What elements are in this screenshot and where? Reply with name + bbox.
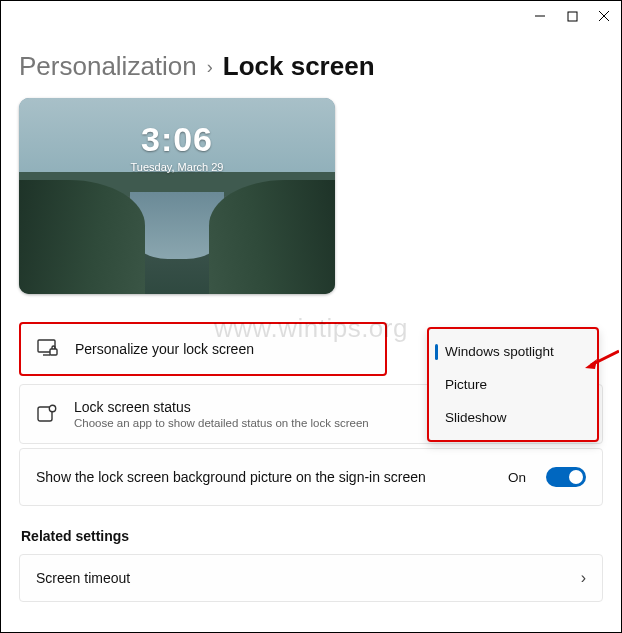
personalize-lock-screen-row[interactable]: Personalize your lock screen — [19, 322, 387, 376]
show-background-row: Show the lock screen background picture … — [19, 448, 603, 506]
svg-marker-10 — [585, 359, 597, 369]
maximize-button[interactable] — [565, 9, 579, 23]
svg-rect-6 — [50, 349, 57, 355]
screen-timeout-label: Screen timeout — [36, 570, 581, 586]
window-controls — [533, 9, 611, 23]
annotation-arrow — [585, 349, 619, 373]
lock-screen-preview: 3:06 Tuesday, March 29 — [19, 98, 335, 294]
minimize-button[interactable] — [533, 9, 547, 23]
preview-time: 3:06 — [19, 120, 335, 159]
dropdown-item-label: Slideshow — [445, 410, 507, 425]
dropdown-item-picture[interactable]: Picture — [429, 368, 597, 401]
dropdown-item-label: Windows spotlight — [445, 344, 554, 359]
related-settings-heading: Related settings — [21, 528, 603, 544]
chevron-right-icon: › — [207, 57, 213, 78]
toggle-state-text: On — [508, 470, 526, 485]
app-status-icon — [36, 403, 58, 425]
preview-date: Tuesday, March 29 — [19, 161, 335, 173]
dropdown-item-spotlight[interactable]: Windows spotlight — [429, 335, 597, 368]
svg-point-8 — [49, 405, 55, 411]
screen-timeout-row[interactable]: Screen timeout › — [19, 554, 603, 602]
show-bg-toggle[interactable] — [546, 467, 586, 487]
background-type-dropdown[interactable]: Windows spotlight Picture Slideshow — [427, 327, 599, 442]
dropdown-item-label: Picture — [445, 377, 487, 392]
close-button[interactable] — [597, 9, 611, 23]
breadcrumb: Personalization › Lock screen — [19, 51, 603, 82]
breadcrumb-parent[interactable]: Personalization — [19, 51, 197, 82]
show-bg-label: Show the lock screen background picture … — [36, 469, 508, 485]
monitor-lock-icon — [37, 338, 59, 360]
chevron-right-icon: › — [581, 569, 586, 587]
page-title: Lock screen — [223, 51, 375, 82]
dropdown-item-slideshow[interactable]: Slideshow — [429, 401, 597, 434]
preview-clock: 3:06 Tuesday, March 29 — [19, 120, 335, 173]
svg-rect-1 — [568, 12, 577, 21]
personalize-label: Personalize your lock screen — [75, 341, 369, 357]
